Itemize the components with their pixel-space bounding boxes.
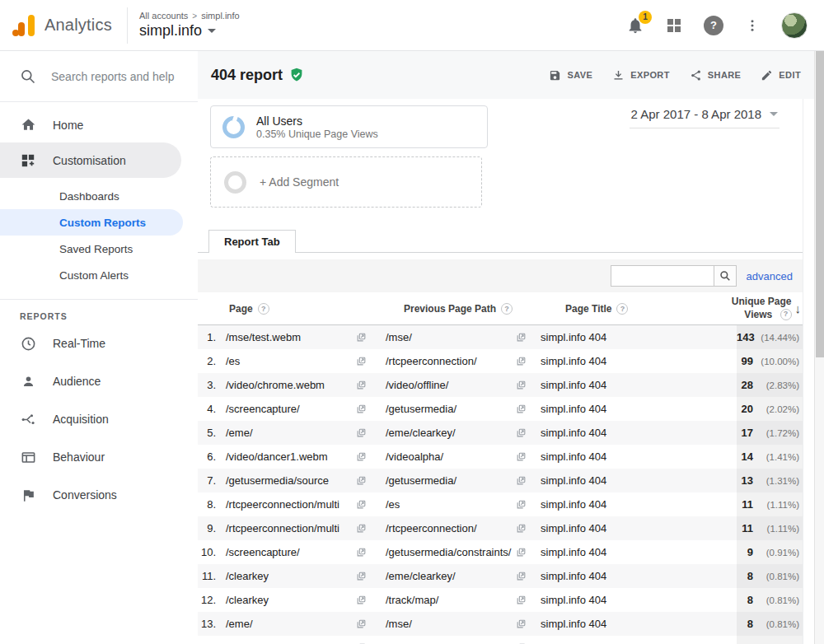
open-page-icon[interactable] <box>356 451 386 462</box>
row-views-value: 28 <box>742 379 753 391</box>
table-row[interactable]: 14. /screencapture/ /rtcpeerconnection/ … <box>198 636 803 644</box>
help-tooltip-icon[interactable]: ? <box>780 309 792 320</box>
open-page-icon[interactable] <box>356 356 386 366</box>
tab-report-tab[interactable]: Report Tab <box>208 230 296 253</box>
table-row[interactable]: 6. /video/dancer1.webm /videoalpha/ simp… <box>198 445 803 469</box>
row-views-value: 9 <box>747 546 753 558</box>
more-menu-button[interactable] <box>745 18 760 33</box>
date-range-picker[interactable]: 2 Apr 2017 - 8 Apr 2018 <box>630 104 780 128</box>
open-page-icon[interactable] <box>516 499 541 510</box>
sidebar-search[interactable] <box>0 51 198 102</box>
open-page-icon[interactable] <box>516 380 541 390</box>
notifications-button[interactable]: 1 <box>626 16 644 35</box>
vertical-scrollbar[interactable] <box>814 51 824 644</box>
row-page: /eme/ <box>226 427 356 439</box>
open-page-icon[interactable] <box>516 475 541 486</box>
sidebar-item-behaviour[interactable]: Behaviour <box>0 438 198 476</box>
sidebar-item-home[interactable]: Home <box>0 107 198 142</box>
table-row[interactable]: 1. /mse/test.webm /mse/ simpl.info 404 1… <box>198 325 803 349</box>
open-page-icon[interactable] <box>516 404 541 414</box>
sidebar-item-real-time[interactable]: Real-Time <box>0 324 198 362</box>
open-page-icon[interactable] <box>356 571 386 581</box>
sidebar-item-custom-alerts[interactable]: Custom Alerts <box>0 262 198 288</box>
help-tooltip-icon[interactable]: ? <box>501 303 513 315</box>
save-button[interactable]: SAVE <box>549 69 592 82</box>
table-row[interactable]: 4. /screencapture/ /getusermedia/ simpl.… <box>198 397 803 421</box>
table-row[interactable]: 5. /eme/ /eme/clearkey/ simpl.info 404 1… <box>198 421 803 445</box>
export-button[interactable]: EXPORT <box>612 69 670 82</box>
open-page-icon[interactable] <box>516 356 541 366</box>
add-segment-button[interactable]: + Add Segment <box>210 156 482 208</box>
breadcrumb-root[interactable]: All accounts <box>139 11 188 21</box>
home-icon <box>20 117 36 133</box>
help-tooltip-icon[interactable]: ? <box>616 303 628 315</box>
sidebar-subitem-label: Custom Alerts <box>59 269 129 282</box>
sidebar-item-saved-reports[interactable]: Saved Reports <box>0 236 198 262</box>
sort-descending-icon[interactable]: ↓ <box>795 301 802 315</box>
row-unique-page-views: 11 (1.11%) <box>737 492 803 516</box>
row-previous-page-path: /es <box>386 498 516 511</box>
open-page-icon[interactable] <box>356 547 386 558</box>
open-page-icon[interactable] <box>356 380 386 390</box>
table-row[interactable]: 2. /es /rtcpeerconnection/ simpl.info 40… <box>198 349 803 373</box>
breadcrumb[interactable]: All accounts > simpl.info <box>139 11 240 21</box>
table-row[interactable]: 13. /eme/ /mse/ simpl.info 404 8 (0.81%) <box>198 612 803 636</box>
table-row[interactable]: 3. /video/chrome.webm /video/offline/ si… <box>198 373 803 397</box>
column-header-page-title[interactable]: Page Title ? <box>565 303 714 315</box>
open-page-icon[interactable] <box>516 595 541 605</box>
table-search-input[interactable] <box>611 265 714 287</box>
property-selector[interactable]: simpl.info <box>139 22 240 40</box>
table-row[interactable]: 12. /clearkey /track/map/ simpl.info 404… <box>198 588 803 612</box>
open-page-icon[interactable] <box>516 332 541 343</box>
row-unique-page-views: 28 (2.83%) <box>737 373 803 397</box>
row-views-value: 143 <box>737 331 755 343</box>
sidebar-item-conversions[interactable]: Conversions <box>0 476 198 514</box>
open-page-icon[interactable] <box>516 451 541 462</box>
column-header-previous-page-path[interactable]: Previous Page Path ? <box>404 303 565 315</box>
open-page-icon[interactable] <box>356 618 386 629</box>
help-button[interactable]: ? <box>704 16 723 35</box>
open-page-icon[interactable] <box>516 571 541 581</box>
open-page-icon[interactable] <box>356 427 386 438</box>
sidebar-item-customisation[interactable]: Customisation <box>0 142 181 178</box>
row-views-percent: (1.72%) <box>758 428 799 438</box>
open-page-icon[interactable] <box>356 475 386 486</box>
open-page-icon[interactable] <box>516 547 541 558</box>
analytics-logo[interactable]: Analytics <box>0 13 125 38</box>
table-row[interactable]: 10. /screencapture/ /getusermedia/constr… <box>198 540 803 564</box>
open-page-icon[interactable] <box>356 332 386 343</box>
column-header-page[interactable]: Page ? <box>229 303 404 315</box>
sidebar-item-acquisition[interactable]: Acquisition <box>0 400 198 438</box>
table-row[interactable]: 8. /rtcpeerconnection/multi /es simpl.in… <box>198 492 803 516</box>
sidebar-search-input[interactable] <box>51 70 187 83</box>
open-page-icon[interactable] <box>356 595 386 605</box>
open-page-icon[interactable] <box>356 523 386 534</box>
open-page-icon[interactable] <box>356 499 386 510</box>
row-unique-page-views: 13 (1.31%) <box>737 469 803 492</box>
column-header-unique-page-views[interactable]: Unique Page Views ? ↓ <box>723 296 803 321</box>
apps-grid-button[interactable] <box>666 17 682 34</box>
scrollbar-thumb[interactable] <box>816 51 824 357</box>
avatar[interactable] <box>781 12 808 39</box>
share-button[interactable]: SHARE <box>690 69 742 82</box>
row-views-value: 8 <box>747 618 753 630</box>
open-page-icon[interactable] <box>516 618 541 629</box>
advanced-search-link[interactable]: advanced <box>747 270 793 282</box>
sidebar-item-audience[interactable]: Audience <box>0 362 198 400</box>
table-search-button[interactable] <box>714 265 737 287</box>
sidebar-item-dashboards[interactable]: Dashboards <box>0 183 198 209</box>
row-views-value: 17 <box>742 427 753 439</box>
acquisition-network-icon <box>20 412 36 427</box>
segment-all-users[interactable]: All Users 0.35% Unique Page Views <box>210 105 488 148</box>
open-page-icon[interactable] <box>516 523 541 534</box>
open-page-icon[interactable] <box>356 404 386 414</box>
open-page-icon[interactable] <box>516 427 541 438</box>
table-row[interactable]: 7. /getusermedia/source /getusermedia/ s… <box>198 469 803 492</box>
help-tooltip-icon[interactable]: ? <box>258 303 269 315</box>
breadcrumb-current[interactable]: simpl.info <box>201 11 239 21</box>
segment-title: All Users <box>256 114 378 128</box>
sidebar-item-custom-reports[interactable]: Custom Reports <box>0 209 183 236</box>
table-row[interactable]: 9. /rtcpeerconnection/multi /rtcpeerconn… <box>198 516 803 540</box>
edit-button[interactable]: EDIT <box>761 69 801 82</box>
table-row[interactable]: 11. /clearkey /eme/clearkey/ simpl.info … <box>198 564 803 588</box>
